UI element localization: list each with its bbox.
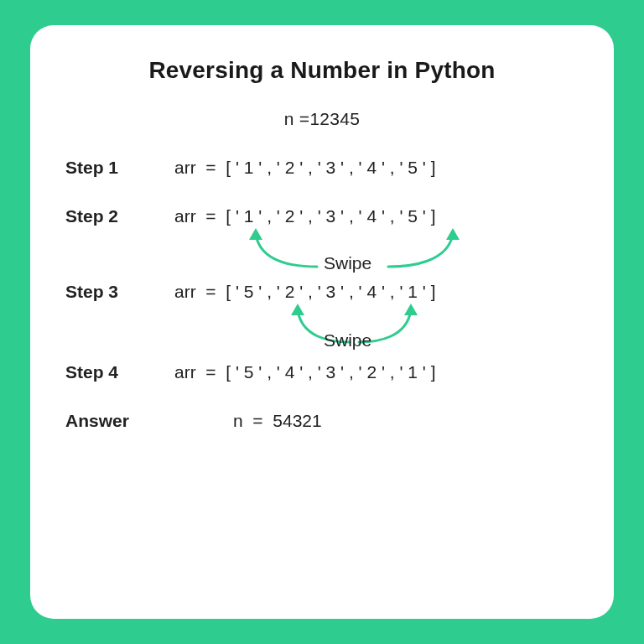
step-4-label: Step 4 (65, 362, 174, 382)
step-1-expr: arr = [ ' 1 ' , ' 2 ' , ' 3 ' , ' 4 ' , … (174, 158, 435, 178)
step-3-label: Step 3 (65, 282, 174, 302)
step-2-row: Step 2 arr = [ ' 1 ' , ' 2 ' , ' 3 ' , '… (65, 206, 579, 226)
page-title: Reversing a Number in Python (65, 57, 579, 84)
step-4-row: Step 4 arr = [ ' 5 ' , ' 4 ' , ' 3 ' , '… (65, 362, 579, 382)
answer-row: Answer n = 54321 (65, 411, 579, 431)
svg-marker-2 (291, 304, 304, 315)
step-4-expr: arr = [ ' 5 ' , ' 4 ' , ' 3 ' , ' 2 ' , … (174, 362, 435, 382)
initial-var: n = (284, 109, 310, 129)
initial-line: n = 12345 (65, 109, 579, 129)
step-3-row: Step 3 arr = [ ' 5 ' , ' 2 ' , ' 3 ' , '… (65, 282, 579, 302)
answer-expr: n = 54321 (233, 411, 322, 431)
swipe-arrow-right-icon (384, 226, 485, 277)
step-2-label: Step 2 (65, 206, 174, 226)
diagram-card: Reversing a Number in Python n = 12345 S… (30, 25, 614, 619)
step-1-label: Step 1 (65, 158, 174, 178)
step-1-row: Step 1 arr = [ ' 1 ' , ' 2 ' , ' 3 ' , '… (65, 158, 579, 178)
step-3-expr: arr = [ ' 5 ' , ' 2 ' , ' 3 ' , ' 4 ' , … (174, 282, 435, 302)
svg-marker-1 (446, 228, 460, 240)
initial-value: 12345 (309, 109, 360, 129)
swipe-label-2: Swipe (324, 253, 371, 273)
svg-marker-0 (249, 228, 262, 240)
swipe-label-3: Swipe (324, 330, 371, 351)
step-2-expr: arr = [ ' 1 ' , ' 2 ' , ' 3 ' , ' 4 ' , … (174, 206, 435, 226)
answer-label: Answer (65, 411, 174, 431)
svg-marker-3 (404, 304, 418, 315)
